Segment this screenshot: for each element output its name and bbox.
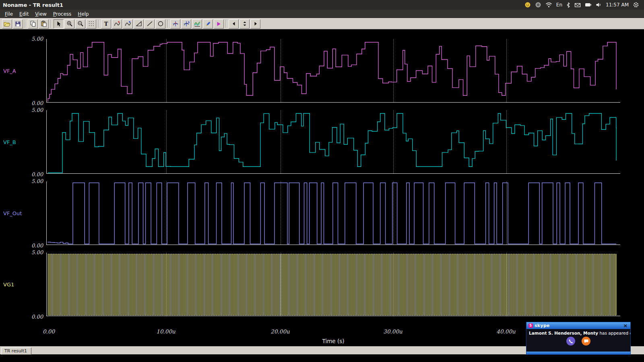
skype-bottom-strip (526, 352, 630, 354)
text-tool-icon: T (103, 21, 109, 27)
slope-icon (136, 21, 142, 27)
plot-row-vg1: VG1 5.00 0.00 (0, 253, 644, 316)
cursor-a-button[interactable] (170, 19, 180, 29)
circle-tool-button[interactable] (155, 19, 165, 29)
cursor-icon (56, 21, 62, 27)
y-min-label: 0.00 (0, 314, 43, 320)
menu-bar: File Edit View Process Help (0, 10, 644, 18)
app-indicator-icon[interactable] (535, 2, 541, 8)
x-tick-40u: 40.00u (496, 328, 515, 335)
open-button[interactable] (2, 19, 12, 29)
mail-icon[interactable] (574, 2, 581, 8)
waveform-canvas-vf-out (47, 181, 620, 245)
grid-toggle-button[interactable] (86, 19, 96, 29)
signal-name-vg1: VG1 (3, 282, 14, 288)
y-min-label: 0.00 (0, 100, 43, 106)
page-prev-button[interactable] (229, 19, 239, 29)
menu-edit[interactable]: Edit (16, 10, 32, 18)
page-spinner[interactable] (239, 19, 250, 29)
select-cursor-button[interactable] (54, 19, 64, 29)
skype-logo-icon: S (528, 323, 533, 328)
line-icon (147, 21, 153, 27)
skype-call-button[interactable] (566, 337, 575, 346)
waveform-plot-vf-b[interactable] (46, 110, 620, 174)
toolbar-separator (98, 20, 99, 28)
waveform-canvas-vf-b (47, 110, 620, 173)
skype-message-text: has appeared online (598, 331, 630, 335)
menu-help[interactable]: Help (74, 10, 92, 18)
waveform-canvas-vg1 (47, 253, 620, 316)
skype-titlebar: S skype × (526, 322, 630, 329)
probe-a-icon (114, 21, 120, 27)
waveform-plot-vf-a[interactable] (46, 39, 620, 103)
page-next-button[interactable] (250, 19, 260, 29)
copy-icon (30, 21, 36, 27)
run-button[interactable] (214, 19, 224, 29)
multi-wave-button[interactable] (192, 19, 202, 29)
circle-icon (157, 21, 164, 27)
pen-tool-button[interactable] (203, 19, 213, 29)
skype-message: Lamont S. Henderson, Monty has appeared … (526, 329, 630, 335)
skype-close-button[interactable]: × (623, 323, 628, 329)
y-max-label: 5.00 (0, 107, 43, 113)
menu-view[interactable]: View (32, 10, 50, 18)
cursor-b-icon: b (183, 21, 190, 27)
waveform-plot-vf-out[interactable] (46, 181, 620, 245)
y-max-label: 5.00 (0, 249, 43, 255)
x-tick-30u: 30.00u (383, 328, 402, 335)
x-tick-0: 0.00 (43, 328, 55, 335)
cursor-b-button[interactable]: b (181, 19, 191, 29)
result-tab[interactable]: TR result1 (1, 348, 31, 355)
zoom-out-button[interactable] (75, 19, 85, 29)
nav-left-icon (231, 21, 236, 26)
toolbar: T b (0, 18, 644, 29)
toolbar-separator (167, 20, 168, 28)
spinner-icon (242, 21, 247, 27)
menu-process[interactable]: Process (50, 10, 75, 18)
toolbar-separator (51, 20, 52, 28)
skype-contact-name: Lamont S. Henderson, Monty (529, 331, 598, 335)
probe-b-button[interactable] (123, 19, 133, 29)
x-tick-20u: 20.00u (270, 328, 289, 335)
probe-a-button[interactable] (112, 19, 122, 29)
plot-row-vf-a: VF_A 5.00 0.00 (0, 39, 644, 103)
slope-tool-button[interactable] (134, 19, 144, 29)
skype-notification[interactable]: S skype × Lamont S. Henderson, Monty has… (526, 322, 631, 355)
grid-icon (88, 21, 95, 27)
window-title: Noname - TR result1 (0, 2, 63, 8)
zoom-in-button[interactable] (64, 19, 74, 29)
battery-icon[interactable] (585, 2, 592, 7)
toolbar-separator (226, 20, 227, 28)
signal-name-vf-a: VF_A (3, 68, 16, 74)
signal-name-vf-out: VF_Out (3, 210, 22, 216)
y-min-label: 0.00 (0, 171, 43, 177)
bluetooth-icon[interactable] (566, 2, 570, 8)
copy-button[interactable] (28, 19, 38, 29)
y-max-label: 5.00 (0, 36, 43, 42)
skype-brand: skype (535, 323, 550, 328)
y-min-label: 0.00 (0, 243, 43, 249)
clock-indicator[interactable]: 11:57 AM (606, 2, 629, 8)
paste-button[interactable] (39, 19, 49, 29)
plot-row-vf-b: VF_B 5.00 0.00 (0, 110, 644, 174)
keyboard-layout-indicator[interactable]: En (556, 2, 562, 8)
top-panel: Noname - TR result1 En 11:57 AM (0, 0, 644, 10)
wifi-icon[interactable] (545, 2, 552, 8)
menu-file[interactable]: File (2, 10, 16, 18)
svg-text:b: b (188, 21, 190, 23)
y-max-label: 5.00 (0, 178, 43, 184)
text-tool-button[interactable]: T (101, 19, 111, 29)
paste-icon (41, 21, 47, 27)
save-icon (15, 21, 21, 27)
waveform-plot-vg1[interactable] (46, 253, 620, 316)
plot-area: VF_A 5.00 0.00 VF_B 5.00 0.00 VF_Out 5.0… (0, 29, 644, 346)
volume-icon[interactable] (596, 2, 602, 8)
emoji-indicator-icon[interactable] (524, 2, 531, 8)
session-gear-icon[interactable] (633, 2, 639, 8)
line-tool-button[interactable] (144, 19, 155, 29)
multi-wave-icon (194, 21, 200, 27)
waveform-canvas-vf-a (47, 39, 620, 102)
save-button[interactable] (13, 19, 23, 29)
x-tick-10u: 10.00u (156, 328, 175, 335)
skype-chat-button[interactable] (582, 337, 590, 346)
